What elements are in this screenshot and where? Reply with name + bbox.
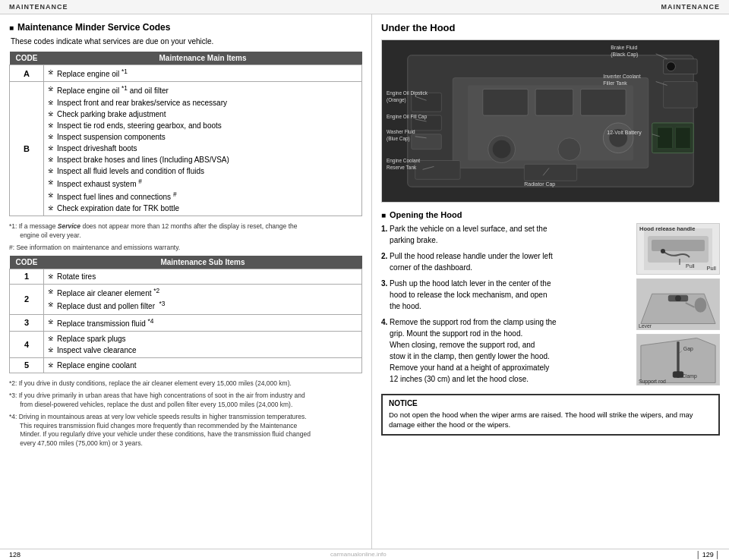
opening-content: 1. Park the vehicle on a level surface, …: [381, 223, 720, 389]
left-section-title: Maintenance Minder Service Codes: [9, 22, 362, 33]
main-content: Maintenance Minder Service Codes These c…: [0, 14, 729, 549]
svg-text:(Black Cap): (Black Cap): [611, 52, 638, 58]
svg-text:Engine Oil Dipstick: Engine Oil Dipstick: [387, 90, 428, 96]
table-row: A ※Replace engine oil *1: [10, 65, 362, 82]
right-panel: Under the Hood: [372, 14, 729, 549]
table-row: B ※Replace engine oil *1 and oil filter …: [10, 82, 362, 216]
table-row: 3 ※Replace transmission fluid *4: [10, 314, 362, 331]
svg-text:Engine Coolant: Engine Coolant: [387, 158, 420, 164]
header-right: MAINTENANCE: [661, 3, 721, 11]
top-header: MAINTENANCE MAINTENANCE: [0, 0, 729, 14]
notice-title: NOTICE: [389, 399, 712, 407]
notice-box: NOTICE Do not open the hood when the wip…: [381, 394, 720, 436]
code-a: A: [10, 65, 44, 82]
sub-table-header-items: Maintenance Sub Items: [44, 256, 362, 269]
step-1: 1. Park the vehicle on a level surface, …: [381, 223, 630, 246]
step-2: 2. Pull the hood release handle under th…: [381, 250, 630, 273]
footnote-main-hash: #: See information on maintenance and em…: [9, 244, 362, 253]
svg-text:Inverter Coolant: Inverter Coolant: [603, 74, 640, 79]
hood-release-image: Hood release handle Pull Pul: [636, 223, 720, 275]
svg-rect-46: [652, 240, 705, 251]
code-b: B: [10, 82, 44, 216]
opening-images: Hood release handle Pull Pul: [636, 223, 720, 389]
step-4: 4. Remove the support rod from the clamp…: [381, 316, 630, 385]
code-2: 2: [10, 284, 44, 314]
main-table-header-items: Maintenance Main Items: [44, 52, 362, 65]
svg-rect-21: [415, 161, 460, 180]
main-table-header-code: CODE: [10, 52, 44, 65]
items-5: ※Replace engine coolant: [44, 357, 362, 373]
svg-text:(Blue Cap): (Blue Cap): [387, 136, 410, 142]
svg-text:Clamp: Clamp: [682, 373, 697, 379]
right-section-title: Under the Hood: [381, 22, 720, 33]
svg-rect-19: [658, 127, 673, 149]
opening-steps: 1. Park the vehicle on a level surface, …: [381, 223, 630, 389]
code-5: 5: [10, 357, 44, 373]
svg-text:Radiator Cap: Radiator Cap: [524, 181, 555, 187]
footnote-main-1: *1: If a message Service does not appear…: [9, 222, 362, 241]
svg-point-13: [667, 62, 676, 71]
svg-rect-4: [483, 89, 528, 115]
left-panel: Maintenance Minder Service Codes These c…: [0, 14, 372, 549]
page-footer: 128 carmanualonline.info │ 129 │: [0, 549, 729, 560]
sub-code-table: CODE Maintenance Sub Items 1 ※Rotate tir…: [9, 256, 362, 373]
svg-rect-5: [535, 89, 573, 115]
footnote-sub-2: *2: If you drive in dusty conditions, re…: [9, 379, 362, 389]
items-3: ※Replace transmission fluid *4: [44, 314, 362, 331]
svg-text:(Orange): (Orange): [387, 97, 406, 103]
intro-text: These codes indicate what services are d…: [11, 37, 362, 46]
svg-point-53: [695, 297, 707, 313]
footnote-sub-3: *3: If you drive primarily in urban area…: [9, 392, 362, 410]
svg-point-8: [493, 140, 511, 159]
support-rod-image: Gap Support rod Clamp: [636, 334, 720, 385]
items-b: ※Replace engine oil *1 and oil filter ※I…: [44, 82, 362, 216]
code-3: 3: [10, 314, 44, 331]
svg-text:Washer Fluid: Washer Fluid: [387, 129, 415, 134]
step-3: 3. Push up the hood latch lever in the c…: [381, 278, 630, 312]
svg-rect-6: [581, 89, 626, 115]
svg-text:Engine Oil Fill Cap: Engine Oil Fill Cap: [387, 114, 428, 120]
table-row: 4 ※Replace spark plugs ※Inspect valve cl…: [10, 331, 362, 357]
table-row: 1 ※Rotate tires: [10, 269, 362, 284]
support-rod-svg: Gap Support rod Clamp: [637, 334, 719, 385]
items-a: ※Replace engine oil *1: [44, 65, 362, 82]
svg-point-52: [675, 295, 681, 301]
page-number-left: 128: [9, 551, 21, 558]
watermark-text: carmanualonline.info: [330, 551, 387, 558]
engine-diagram-svg: Brake Fluid (Black Cap) Inverter Coolant…: [382, 40, 719, 202]
svg-rect-14: [664, 81, 698, 108]
svg-text:Reserve Tank: Reserve Tank: [387, 165, 417, 170]
svg-text:Brake Fluid: Brake Fluid: [611, 45, 637, 50]
table-row: 2 ※Replace air cleaner element *2 ※Repla…: [10, 284, 362, 314]
opening-title: Opening the Hood: [381, 210, 720, 219]
svg-text:Filler Tank: Filler Tank: [603, 80, 627, 86]
header-left: MAINTENANCE: [9, 3, 68, 11]
page-number-right: │ 129 │: [696, 551, 720, 558]
svg-rect-20: [675, 127, 690, 149]
svg-text:Pull: Pull: [686, 263, 695, 269]
code-4: 4: [10, 331, 44, 357]
sub-table-header-code: CODE: [10, 256, 44, 269]
svg-point-9: [558, 138, 581, 161]
hood-diagram-container: Brake Fluid (Black Cap) Inverter Coolant…: [381, 39, 720, 203]
footnote-sub-4: *4: Driving in mountainous areas at very…: [9, 413, 362, 449]
items-4: ※Replace spark plugs ※Inspect valve clea…: [44, 331, 362, 357]
table-row: 5 ※Replace engine coolant: [10, 357, 362, 373]
notice-text: Do not open the hood when the wiper arms…: [389, 410, 712, 430]
svg-text:Lever: Lever: [639, 323, 652, 329]
svg-text:12-Volt Battery: 12-Volt Battery: [607, 130, 642, 136]
opening-section: Opening the Hood 1. Park the vehicle on …: [381, 210, 720, 436]
svg-text:Support rod: Support rod: [639, 379, 666, 385]
items-1: ※Rotate tires: [44, 269, 362, 284]
items-2: ※Replace air cleaner element *2 ※Replace…: [44, 284, 362, 314]
lever-image: Lever: [636, 278, 720, 330]
lever-svg: Lever: [637, 278, 719, 330]
svg-text:Gap: Gap: [683, 346, 693, 352]
hood-release-svg: Pull: [644, 228, 712, 270]
code-1: 1: [10, 269, 44, 284]
svg-rect-22: [524, 164, 576, 181]
main-code-table: CODE Maintenance Main Items A ※Replace e…: [9, 52, 362, 216]
svg-point-47: [661, 249, 665, 253]
